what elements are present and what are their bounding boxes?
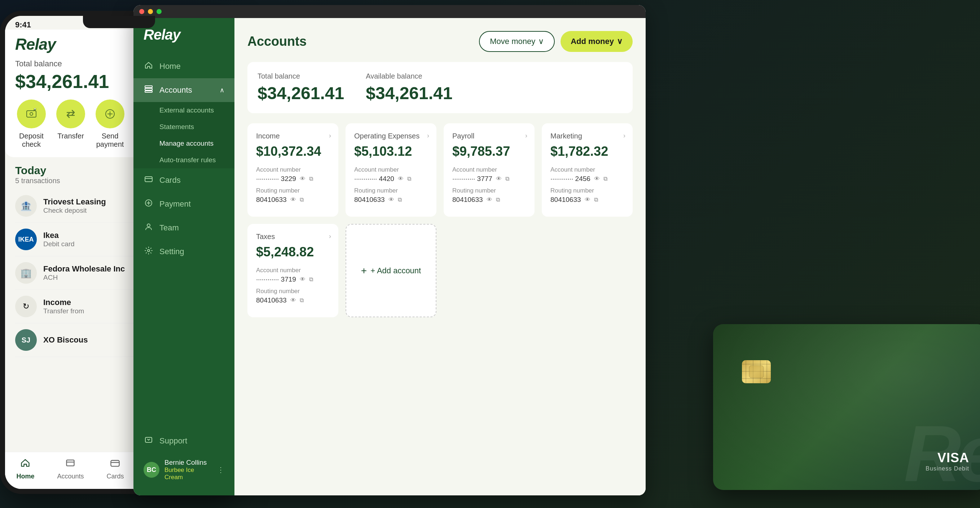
eye-icon-3[interactable]: 👁 — [398, 176, 404, 182]
user-name: Bernie Collins — [164, 459, 212, 467]
eye-icon-2[interactable]: 👁 — [290, 197, 296, 203]
visa-sub-text: Business Debit — [926, 465, 969, 472]
send-payment-icon — [95, 100, 124, 129]
add-money-button[interactable]: Add money ∨ — [560, 31, 633, 52]
copy-icon-4[interactable]: ⧉ — [398, 197, 402, 203]
copy-icon-8[interactable]: ⧉ — [594, 197, 598, 203]
income-amount: $10,372.34 — [256, 144, 330, 159]
today-label: Today — [15, 164, 60, 177]
routing-num-value-3: 80410633 👁 ⧉ — [452, 196, 526, 204]
sidebar-item-payment[interactable]: Payment — [134, 192, 234, 216]
sidebar-accounts-label: Accounts — [159, 86, 192, 95]
acct-num-value-5: ············ 3719 👁 ⧉ — [256, 275, 330, 283]
add-account-card[interactable]: + + Add account — [345, 224, 436, 317]
sidebar-item-setting[interactable]: Setting — [134, 240, 234, 264]
account-card-taxes[interactable]: › Taxes $5,248.82 Account number ·······… — [247, 224, 338, 317]
acct-num-label: Account number — [256, 166, 330, 173]
sidebar-item-team[interactable]: Team — [134, 216, 234, 240]
sidebar-item-accounts[interactable]: Accounts ∧ — [134, 78, 234, 102]
nav-cards[interactable]: Cards — [107, 458, 124, 480]
nav-accounts[interactable]: Accounts — [57, 458, 84, 480]
marketing-name: Marketing — [550, 132, 624, 140]
nav-home[interactable]: Home — [16, 458, 34, 480]
acct-num-label-4: Account number — [550, 166, 624, 173]
payroll-routing-row: Routing number 80410633 👁 ⧉ — [452, 187, 526, 204]
submenu-manage-accounts[interactable]: Manage accounts — [134, 135, 234, 152]
account-card-operating[interactable]: › Operating Expenses $5,103.12 Account n… — [345, 123, 436, 217]
sidebar-support[interactable]: Support — [134, 429, 234, 453]
available-balance-amount: $34,261.41 — [366, 83, 452, 103]
user-company: Burbee Ice Cream — [164, 467, 212, 481]
svg-rect-26 — [145, 86, 152, 87]
svg-rect-44 — [742, 378, 771, 379]
marketing-chevron-icon: › — [623, 132, 625, 140]
eye-icon-10[interactable]: 👁 — [290, 297, 296, 303]
support-label: Support — [159, 436, 187, 446]
acct-num-value-3: ············ 3777 👁 ⧉ — [452, 175, 526, 183]
send-payment-action[interactable]: Send payment — [94, 100, 126, 149]
copy-icon[interactable]: ⧉ — [309, 176, 313, 182]
submenu-statements[interactable]: Statements — [134, 119, 234, 135]
taxes-name: Taxes — [256, 233, 330, 241]
account-card-marketing[interactable]: › Marketing $1,782.32 Account number ···… — [542, 123, 633, 217]
marketing-routing-row: Routing number 80410633 👁 ⧉ — [550, 187, 624, 204]
page-title: Accounts — [247, 34, 307, 49]
eye-icon-5[interactable]: 👁 — [496, 176, 502, 182]
copy-icon-9[interactable]: ⧉ — [309, 276, 313, 283]
eye-icon-7[interactable]: 👁 — [594, 176, 600, 182]
tx-icon: IKEA — [15, 229, 37, 250]
user-avatar: BC — [143, 462, 159, 478]
routing-num-text-4: 80410633 — [550, 196, 581, 204]
payroll-chevron-icon: › — [525, 132, 527, 140]
eye-icon-4[interactable]: 👁 — [388, 197, 394, 203]
cards-nav-icon — [110, 458, 120, 470]
sidebar-item-cards[interactable]: Cards — [134, 168, 234, 192]
copy-icon-10[interactable]: ⧉ — [300, 297, 304, 303]
copy-icon-6[interactable]: ⧉ — [496, 197, 500, 203]
submenu-auto-transfer[interactable]: Auto-transfer rules — [134, 152, 234, 168]
deposit-check-action[interactable]: Deposit check — [15, 100, 48, 149]
acct-num-text-5: ············ 3719 — [256, 275, 296, 283]
taxes-amount: $5,248.82 — [256, 244, 330, 260]
svg-rect-18 — [67, 460, 74, 466]
routing-num-text-2: 80410633 — [354, 196, 385, 204]
svg-point-34 — [147, 224, 150, 227]
sidebar-cards-label: Cards — [159, 176, 181, 185]
submenu-external-accounts[interactable]: External accounts — [134, 102, 234, 119]
operating-amount: $5,103.12 — [354, 144, 428, 159]
eye-icon-9[interactable]: 👁 — [300, 276, 305, 283]
move-money-button[interactable]: Move money ∨ — [479, 31, 555, 52]
sidebar-payment-label: Payment — [159, 199, 191, 209]
maximize-dot[interactable] — [156, 9, 162, 14]
marketing-amount: $1,782.32 — [550, 144, 624, 159]
account-card-payroll[interactable]: › Payroll $9,785.37 Account number ·····… — [444, 123, 535, 217]
routing-num-text-3: 80410633 — [452, 196, 483, 204]
routing-num-label-4: Routing number — [550, 187, 624, 194]
copy-icon-5[interactable]: ⧉ — [505, 176, 509, 182]
sidebar-item-home[interactable]: Home — [134, 54, 234, 78]
phone-logo: Relay — [15, 35, 56, 53]
svg-point-35 — [148, 249, 150, 252]
add-account-button[interactable]: + + Add account — [361, 265, 421, 276]
copy-icon-2[interactable]: ⧉ — [300, 197, 304, 203]
copy-icon-7[interactable]: ⧉ — [603, 176, 608, 182]
eye-icon-6[interactable]: 👁 — [487, 197, 492, 203]
move-money-label: Move money — [490, 37, 535, 46]
status-time: 9:41 — [15, 20, 31, 30]
user-menu-icon[interactable]: ⋮ — [217, 465, 224, 474]
sidebar: Relay Home Accounts — [134, 18, 234, 495]
acct-num-text: ············ 3229 — [256, 175, 296, 183]
routing-num-value: 80410633 👁 ⧉ — [256, 196, 330, 204]
svg-rect-20 — [111, 460, 119, 466]
sidebar-user[interactable]: BC Bernie Collins Burbee Ice Cream ⋮ — [134, 453, 234, 487]
deposit-check-label: Deposit check — [15, 132, 48, 149]
add-account-plus-icon: + — [361, 265, 367, 276]
eye-icon-8[interactable]: 👁 — [585, 197, 590, 203]
close-dot[interactable] — [139, 9, 144, 14]
minimize-dot[interactable] — [148, 9, 153, 14]
eye-icon[interactable]: 👁 — [300, 176, 305, 182]
transfer-action[interactable]: Transfer — [56, 100, 85, 149]
accounts-grid-bottom: › Taxes $5,248.82 Account number ·······… — [247, 224, 633, 317]
copy-icon-3[interactable]: ⧉ — [407, 176, 411, 182]
account-card-income[interactable]: › Income $10,372.34 Account number ·····… — [247, 123, 338, 217]
